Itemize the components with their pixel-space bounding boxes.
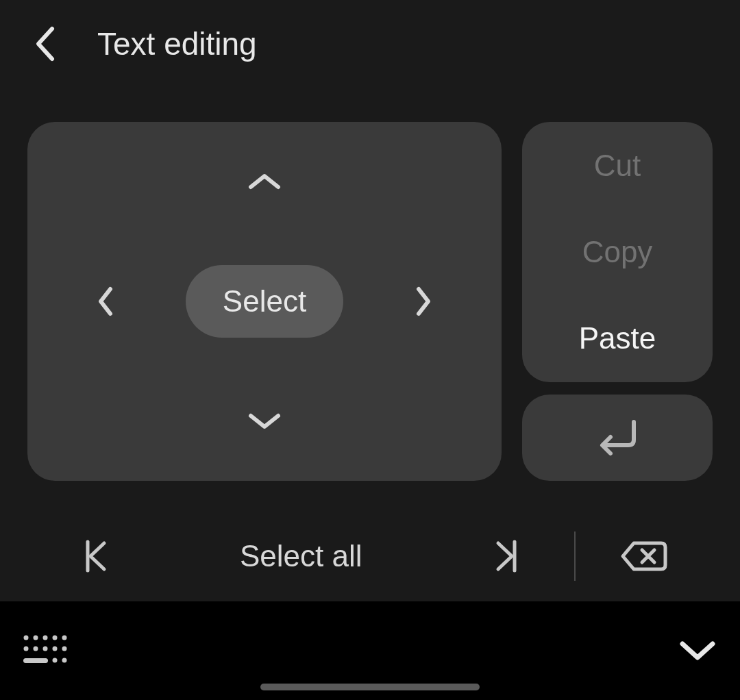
svg-point-3 — [53, 636, 58, 640]
header: Text editing — [0, 0, 740, 88]
svg-point-7 — [43, 647, 48, 651]
paste-button[interactable]: Paste — [522, 295, 713, 382]
cursor-up-button[interactable] — [245, 171, 284, 192]
bottom-toolbar: Select all — [27, 508, 713, 604]
chevron-up-icon — [245, 171, 284, 192]
svg-point-6 — [34, 647, 38, 651]
keyboard-switch-button[interactable] — [22, 634, 70, 668]
select-button-label: Select — [186, 265, 343, 338]
backspace-icon — [619, 539, 669, 573]
chevron-left-icon — [33, 25, 56, 63]
svg-rect-10 — [23, 658, 48, 663]
cursor-line-start-button[interactable] — [27, 508, 164, 604]
cursor-right-button[interactable] — [412, 282, 434, 321]
enter-button[interactable] — [522, 395, 713, 481]
clipboard-panel: Cut Copy Paste — [522, 122, 713, 382]
footer-bar — [0, 601, 740, 700]
dpad-panel: Select — [27, 122, 502, 481]
select-button[interactable]: Select — [186, 265, 343, 338]
chevron-right-icon — [412, 282, 434, 321]
chevron-left-icon — [95, 282, 117, 321]
svg-point-9 — [62, 647, 67, 651]
svg-point-0 — [24, 636, 29, 640]
enter-icon — [593, 416, 642, 459]
cut-button[interactable]: Cut — [522, 123, 713, 209]
svg-point-2 — [43, 636, 48, 640]
home-indicator[interactable] — [260, 684, 480, 690]
select-all-label: Select all — [240, 539, 362, 573]
svg-point-11 — [53, 658, 58, 663]
back-button[interactable] — [33, 25, 56, 63]
line-start-icon — [82, 538, 110, 575]
select-all-button[interactable]: Select all — [164, 508, 438, 604]
cursor-left-button[interactable] — [95, 282, 117, 321]
chevron-down-icon — [677, 638, 718, 663]
copy-button[interactable]: Copy — [522, 209, 713, 295]
main-panel: Select Cut Copy Paste — [0, 88, 740, 601]
svg-point-12 — [62, 658, 67, 663]
svg-point-1 — [34, 636, 38, 640]
svg-point-4 — [62, 636, 67, 640]
chevron-down-icon — [245, 410, 284, 432]
collapse-button[interactable] — [677, 638, 718, 663]
cursor-line-end-button[interactable] — [438, 508, 575, 604]
cursor-down-button[interactable] — [245, 410, 284, 432]
page-title: Text editing — [97, 25, 257, 62]
keyboard-icon — [22, 634, 70, 668]
line-end-icon — [493, 538, 520, 575]
svg-point-5 — [24, 647, 29, 651]
backspace-button[interactable] — [576, 508, 713, 604]
svg-point-8 — [53, 647, 58, 651]
